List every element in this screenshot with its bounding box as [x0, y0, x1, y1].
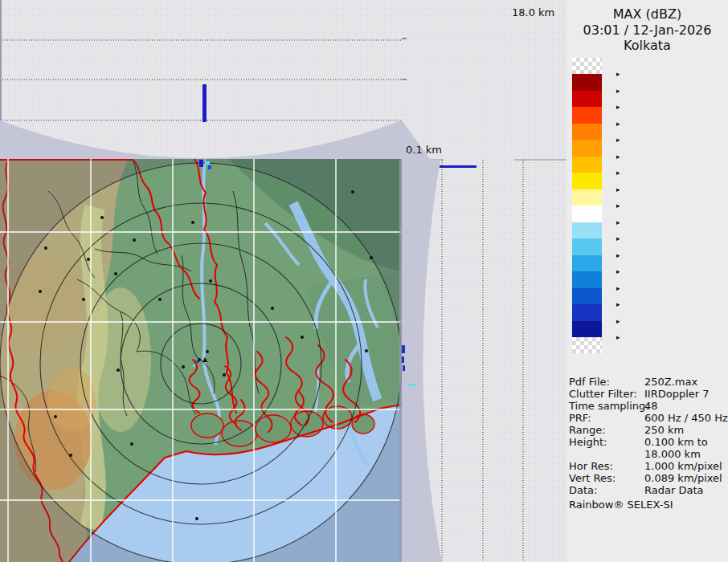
metadata-value: 48 — [644, 400, 658, 412]
metadata-value: IIRDoppler 7 — [644, 388, 710, 400]
scale-tick-label — [616, 167, 624, 179]
scale-tick-label — [616, 184, 624, 196]
scale-tick-label — [616, 266, 624, 278]
scale-tick-label — [616, 118, 624, 130]
scale-swatch — [572, 238, 602, 255]
scale-swatch — [572, 124, 602, 140]
scale-swatch — [572, 271, 602, 288]
scale-tick-label — [616, 299, 624, 311]
ew-cross-section-panel — [0, 0, 402, 159]
scale-swatch — [572, 288, 602, 305]
ns-cross-section-graphic — [402, 0, 566, 562]
scale-swatch — [572, 157, 602, 173]
scale-tick-label — [616, 250, 624, 262]
ns-cross-section-panel: 18.0 km 0.1 km — [402, 0, 566, 562]
scale-swatch — [572, 255, 602, 272]
scale-swatch-transparent-bottom — [572, 337, 602, 353]
radar-site-name: Kolkata — [566, 38, 728, 53]
echo-row — [440, 165, 476, 168]
scale-tick-label — [616, 332, 624, 344]
scale-tick-label — [616, 151, 624, 163]
terrain-map-graphic — [0, 159, 402, 562]
echo-column — [202, 84, 207, 122]
height-axis-max-label: 18.0 km — [512, 6, 554, 18]
metadata-value: 0.089 km/pixel — [644, 472, 722, 484]
radar-display-window: 18.0 km 0.1 km — [0, 0, 728, 562]
metadata-label: PRF: — [569, 412, 591, 424]
metadata-label: Data: — [569, 484, 597, 496]
echo-low-level — [408, 384, 416, 386]
scale-tick-label — [616, 233, 624, 245]
metadata-value: 600 Hz / 450 Hz — [644, 412, 728, 424]
metadata-value: 250 km — [644, 424, 684, 436]
scale-swatch — [572, 189, 602, 206]
metadata-value: 250Z.max — [644, 376, 697, 388]
metadata-value: Radar Data — [644, 484, 703, 496]
metadata-label: Time sampling: — [569, 400, 649, 412]
scan-cone-shadow — [402, 160, 442, 562]
scale-swatch — [572, 173, 602, 189]
scale-swatch — [572, 222, 602, 239]
metadata-label: Pdf File: — [569, 376, 610, 388]
scale-swatch — [572, 107, 602, 124]
software-brand: Rainbow® SELEX-SI — [569, 499, 673, 511]
metadata-value: 0.100 km to — [644, 436, 708, 448]
product-title: MAX (dBZ) — [566, 6, 728, 22]
metadata-label: Clutter Filter: — [569, 388, 637, 400]
metadata-value: 18.000 km — [644, 448, 701, 460]
scale-swatch — [572, 140, 602, 157]
scale-swatch-transparent-top — [572, 58, 602, 74]
scan-cone-shadow — [0, 120, 402, 159]
scale-swatch — [572, 304, 602, 321]
scale-tick-label — [616, 200, 624, 212]
scale-tick-label — [616, 68, 624, 80]
product-datetime: 03:01 / 12-Jan-2026 — [566, 22, 728, 38]
scale-tick-label — [616, 134, 624, 146]
scale-swatch — [572, 321, 602, 338]
metadata-value: 1.000 km/pixel — [644, 460, 722, 472]
scale-swatch — [572, 74, 602, 91]
ew-cross-section-graphic — [0, 0, 402, 159]
scale-swatch — [572, 206, 602, 222]
metadata-label: Height: — [569, 436, 607, 448]
scale-tick-label — [616, 85, 624, 97]
scale-tick-label — [616, 217, 624, 229]
radar-map: ▲ — [0, 159, 402, 562]
metadata-label: Range: — [569, 424, 606, 436]
scale-tick-label — [616, 101, 624, 113]
scale-tick-label — [616, 316, 624, 328]
scale-tick-label — [616, 283, 624, 295]
metadata-label: Hor Res: — [569, 460, 613, 472]
scale-swatch — [572, 91, 602, 108]
metadata-label: Vert Res: — [569, 472, 616, 484]
height-axis-min-label: 0.1 km — [406, 144, 442, 156]
legend-panel: MAX (dBZ) 03:01 / 12-Jan-2026 Kolkata Pd… — [566, 0, 728, 562]
